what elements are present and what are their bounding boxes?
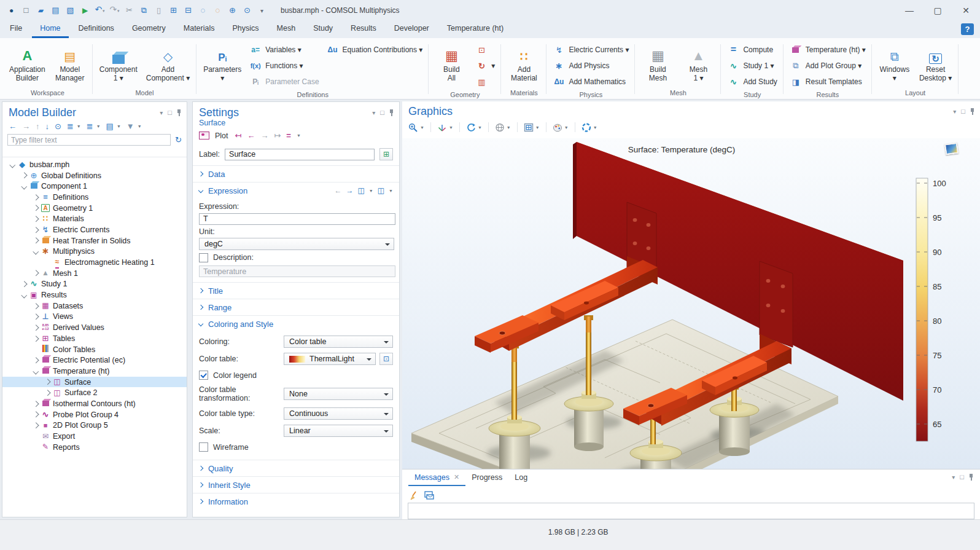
expand-icon[interactable]	[32, 358, 40, 363]
tree-item-tables[interactable]: ⊞Tables	[2, 333, 187, 344]
transparency-icon[interactable]: ▼	[495, 123, 511, 132]
next-expression-icon[interactable]: →	[346, 186, 353, 195]
section-data[interactable]: Data	[193, 165, 399, 182]
add-material-button[interactable]: ∷Add Material	[504, 41, 544, 83]
maximize-button[interactable]: ▢	[924, 0, 952, 20]
result-templates-button[interactable]: ◨Result Templates	[786, 74, 869, 90]
tree-item-datasets[interactable]: ▦Datasets	[2, 301, 187, 312]
collapse-icon[interactable]	[32, 369, 40, 374]
more-icon[interactable]: ▾	[257, 4, 267, 17]
caret-icon[interactable]: ▼	[138, 124, 142, 128]
tree-item-geometry-1[interactable]: AGeometry 1	[2, 203, 187, 214]
plot-button[interactable]: Plot	[215, 132, 228, 140]
caret-icon[interactable]: ▼	[369, 189, 373, 193]
expand-icon[interactable]	[32, 304, 40, 308]
plot-thumbnail-icon[interactable]	[944, 143, 959, 155]
close-button[interactable]: ✕	[952, 0, 980, 20]
duplicate-icon[interactable]: ⊞	[168, 4, 179, 16]
variables-button[interactable]: a=Variables ▾	[246, 42, 322, 58]
expand-icon[interactable]	[32, 412, 40, 417]
panel-menu-icon[interactable]: ▾	[953, 108, 956, 115]
panel-menu-icon[interactable]: ▾	[372, 109, 375, 116]
collapse-icon[interactable]	[20, 184, 28, 189]
panel-menu-icon[interactable]: ▾	[952, 474, 955, 481]
paste-icon[interactable]: ▯	[154, 4, 164, 16]
replace-expression-icon[interactable]: ◫	[378, 186, 384, 195]
tree-item-materials[interactable]: ∷Materials	[2, 213, 187, 224]
show-icon[interactable]: ⊙	[55, 122, 61, 131]
expand-icon[interactable]	[32, 337, 40, 341]
caret-icon[interactable]: ▼	[478, 125, 482, 130]
pin-icon[interactable]	[970, 108, 975, 115]
tree-item-busbar-mph[interactable]: ◆busbar.mph	[2, 159, 187, 170]
expand-icon[interactable]	[44, 391, 52, 395]
tab-log[interactable]: Log	[508, 469, 534, 486]
expand-icon[interactable]	[32, 326, 40, 330]
expand-icon[interactable]	[32, 238, 40, 243]
expand-icon[interactable]	[32, 271, 40, 275]
show-ui-icon[interactable]: ⊞	[379, 148, 393, 160]
electric-currents-button[interactable]: ↯Electric Currents ▾	[549, 42, 632, 58]
description-checkbox[interactable]	[199, 253, 208, 262]
pin-icon[interactable]	[389, 109, 394, 116]
tree-item-component-1[interactable]: Component 1	[2, 181, 187, 192]
windows-button[interactable]: ⧉Windows ▾	[874, 41, 915, 83]
description-input[interactable]	[199, 265, 395, 277]
tree-item-electric-potential-ec-[interactable]: Electric Potential (ec)	[2, 355, 187, 366]
application-builder-button[interactable]: AApplication Builder	[5, 41, 50, 83]
color-table-dropdown[interactable]: ThermalLight	[284, 353, 376, 365]
tree-item-color-tables[interactable]: Color Tables	[2, 344, 187, 355]
tree-filter-input[interactable]	[7, 134, 171, 146]
insert-expression-icon[interactable]: ◫	[357, 186, 364, 195]
section-coloring[interactable]: Coloring and Style	[193, 315, 399, 332]
mesh-1-button[interactable]: ▲Mesh 1 ▾	[678, 41, 718, 83]
section-expression[interactable]: Expression ← → ◫▼ ◫▼	[193, 182, 399, 198]
caret-icon[interactable]: ▼	[593, 125, 597, 130]
add-study-button[interactable]: ∿Add Study	[723, 74, 780, 90]
run-icon[interactable]: ▶	[80, 4, 90, 16]
forward-icon[interactable]: →	[22, 122, 30, 131]
tree-item-derived-values[interactable]: 8.85e-12Derived Values	[2, 322, 187, 333]
filter-icon[interactable]: ▼	[126, 122, 134, 131]
caret-icon[interactable]: ▼	[420, 125, 424, 130]
expand-icon[interactable]	[20, 282, 28, 286]
plot-icon[interactable]	[199, 132, 209, 139]
move-down-icon[interactable]: ↓	[45, 122, 50, 131]
expand-icon[interactable]	[32, 423, 40, 428]
panel-menu-icon[interactable]: ▾	[160, 109, 163, 116]
copy-message-icon[interactable]	[424, 491, 434, 500]
expand-icon[interactable]	[32, 402, 40, 406]
scale-dropdown[interactable]: Linear	[284, 425, 393, 437]
open-icon[interactable]: ▰	[36, 4, 46, 16]
rebuild-button[interactable]: ↻▾	[472, 58, 499, 74]
tree-item-temperature-ht-[interactable]: Temperature (ht)	[2, 366, 187, 377]
equation-contributions-button[interactable]: ΔuEquation Contributions ▾	[323, 42, 427, 58]
expand-icon[interactable]	[20, 173, 28, 178]
caret-icon[interactable]: ▼	[507, 125, 511, 130]
caret-icon[interactable]: ▼	[389, 189, 393, 193]
pin-icon[interactable]	[177, 109, 182, 116]
model-manager-button[interactable]: ▤Model Manager	[50, 41, 90, 83]
tab-messages[interactable]: Messages✕	[408, 469, 465, 486]
color-legend-checkbox[interactable]	[199, 371, 208, 380]
default-view-icon[interactable]: ▼	[437, 123, 453, 132]
section-inherit-style[interactable]: Inherit Style	[193, 476, 399, 493]
tree-item-export[interactable]: ✉Export	[2, 431, 187, 442]
next-plot-icon[interactable]: →	[260, 131, 268, 140]
expand-all-icon[interactable]: ≣	[87, 122, 93, 131]
wireframe-checkbox[interactable]	[199, 442, 208, 452]
move-up-icon[interactable]: ↑	[36, 122, 40, 131]
tree-item-reports[interactable]: ✎Reports	[2, 442, 187, 453]
label-input[interactable]	[225, 149, 375, 160]
preview-icon[interactable]: ⊕	[227, 4, 238, 16]
caret-icon[interactable]: ▼	[535, 125, 540, 130]
menu-tab-mesh[interactable]: Mesh	[269, 20, 304, 38]
menu-tab-study[interactable]: Study	[305, 20, 341, 38]
caret-icon[interactable]: ▼	[297, 133, 301, 138]
menu-tab-developer[interactable]: Developer	[386, 20, 437, 38]
add-plot-group-button[interactable]: ⧉Add Plot Group ▾	[786, 58, 869, 74]
insert-sequence-button[interactable]: ⊡	[472, 42, 499, 58]
open-color-table-icon[interactable]: ⊡	[379, 353, 393, 365]
component-1-button[interactable]: Component 1 ▾	[95, 41, 142, 83]
expand-icon[interactable]	[32, 315, 40, 319]
